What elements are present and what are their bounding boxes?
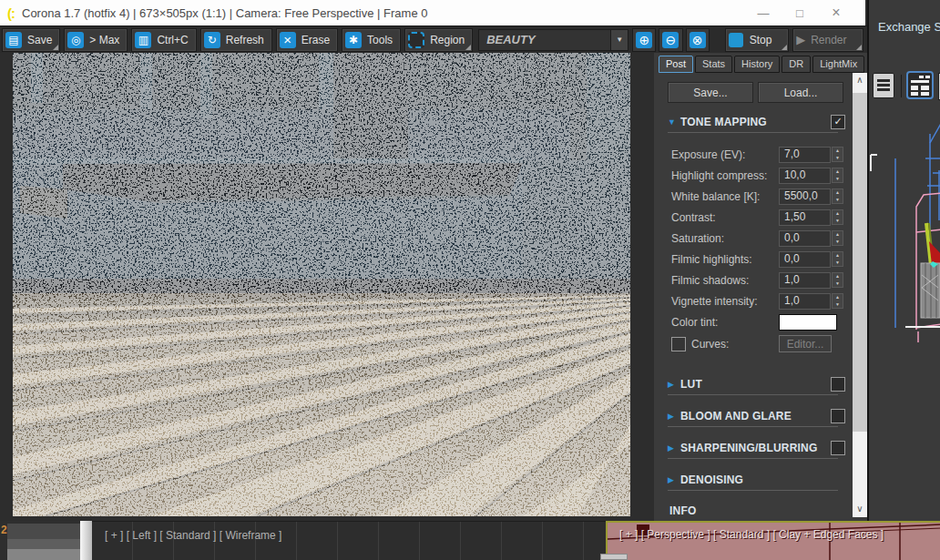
divider [668,394,838,395]
tab-post[interactable]: Post [659,56,693,73]
filmic-highlights-spinner[interactable]: ▲▼ [832,251,843,267]
render-canvas[interactable] [13,53,630,516]
exchange-store-label[interactable]: Exchange St [878,20,940,34]
minimize-button[interactable]: — [745,0,782,25]
flyout-corner [53,45,58,50]
vfb-toolbar: ▤ Save ◎ > Max ▥ Ctrl+C ↻ Refresh × Eras… [0,25,867,53]
layers-icon[interactable] [873,73,894,98]
saturation-input[interactable]: 0,0 [779,230,831,247]
title-bar[interactable]: (: Corona 1.7 (hotfix 4) | 673×505px (1:… [0,0,865,26]
white-balance-input[interactable]: 5500,0 [779,188,831,205]
tab-dr[interactable]: DR [782,56,811,73]
chevron-down-icon[interactable]: ▼ [610,30,628,50]
filmic-highlights-input[interactable]: 0,0 [779,251,831,268]
contrast-spinner[interactable]: ▲▼ [832,209,843,225]
tab-history[interactable]: History [734,56,780,73]
info-header[interactable]: INFO [654,503,853,518]
close-button[interactable]: × [818,0,854,25]
divider [668,490,838,491]
stop-button[interactable]: Stop [725,28,789,52]
panel-tabs: Post Stats History DR LightMix [654,53,867,73]
flyout-corner [465,45,471,50]
tone-mapping-checkbox[interactable]: ✓ [831,115,845,129]
vignette-intensity-input[interactable]: 1,0 [779,293,831,310]
white-balance-spinner[interactable]: ▲▼ [832,188,843,204]
max-background-strip: Exchange St [867,0,940,560]
bloom-glare-header[interactable]: ▶ BLOOM AND GLARE [654,408,853,423]
lut-header[interactable]: ▶ LUT [654,376,853,392]
bloom-glare-checkbox[interactable] [831,409,845,423]
corona-spiral-icon: ◎ [67,32,84,48]
zoom-in-button[interactable]: ⊕ [632,28,656,52]
render-image [13,53,630,516]
perspective-viewport[interactable]: [ + ] [ Perspective ] [ Standard ] [ Cla… [606,521,940,560]
render-pass-selector[interactable]: BEAUTY ▼ [478,29,628,51]
stop-icon [729,33,743,47]
time-slider-thumb[interactable] [600,554,628,560]
corona-logo-icon: (: [7,5,15,21]
max-toolbar-icons [869,71,940,102]
tone-mapping-header[interactable]: ▼ TONE MAPPING ✓ [654,114,853,129]
saturation-row: Saturation: 0,0 ▲▼ [654,228,853,249]
perspective-viewport-label[interactable]: [ + ] [ Perspective ] [ Standard ] [ Cla… [619,528,884,541]
highlight-compress-spinner[interactable]: ▲▼ [832,168,843,183]
play-icon: ▶ [796,33,805,46]
filmic-shadows-input[interactable]: 1,0 [779,272,831,289]
highlight-compress-input[interactable]: 10,0 [779,168,831,184]
sharpening-header[interactable]: ▶ SHARPENING/BLURRING [654,440,853,455]
frame-number-label: 2 [1,524,7,536]
rollout-bars [7,524,80,560]
expand-arrow-icon: ▶ [668,380,680,389]
timeline-track[interactable]: [ + ] [ Left ] [ Standard ] [ Wireframe … [92,521,606,560]
divider [668,426,838,427]
lut-checkbox[interactable] [831,377,845,392]
panel-scrollbar[interactable]: ∧ ∨ [853,73,867,517]
curves-editor-button[interactable]: Editor... [779,335,832,352]
zoom-out-button[interactable]: ⊖ [659,28,682,52]
scroll-up-icon[interactable]: ∧ [853,73,867,88]
contrast-row: Contrast: 1,50 ▲▼ [654,207,853,228]
zoom-in-icon: ⊕ [636,32,652,48]
tools-button[interactable]: ✱ Tools [342,28,401,52]
color-tint-swatch[interactable] [779,314,837,331]
saturation-spinner[interactable]: ▲▼ [832,230,843,246]
vignette-intensity-row: Vignette intensity: 1,0 ▲▼ [654,290,853,311]
refresh-icon: ↻ [204,32,220,48]
vignette-intensity-spinner[interactable]: ▲▼ [832,293,843,309]
save-settings-button[interactable]: Save... [668,82,753,103]
denoising-header[interactable]: ▶ DENOISING [654,472,853,487]
zoom-reset-button[interactable]: ⊗ [686,28,710,52]
maximize-button[interactable]: □ [782,0,818,25]
left-viewport-wireframe[interactable] [869,102,940,375]
tab-stats[interactable]: Stats [695,56,732,73]
curves-checkbox[interactable] [671,337,686,351]
save-icon: ▤ [5,32,22,48]
gear-icon: ✱ [345,32,362,48]
sharpening-checkbox[interactable] [831,441,845,455]
exposure-spinner[interactable]: ▲▼ [832,147,843,162]
tab-lightmix[interactable]: LightMix [812,56,864,73]
copy-button[interactable]: ▥ Ctrl+C [131,28,196,52]
white-balance-row: White balance [K]: 5500,0 ▲▼ [654,186,853,207]
scroll-down-icon[interactable]: ∨ [853,502,867,517]
load-settings-button[interactable]: Load... [758,82,843,103]
render-button[interactable]: ▶ Render [792,28,863,52]
contrast-input[interactable]: 1,50 [779,209,831,226]
filmic-highlights-row: Filmic highlights: 0,0 ▲▼ [654,249,853,270]
expand-arrow-icon: ▶ [668,443,680,453]
filmic-shadows-spinner[interactable]: ▲▼ [832,272,843,288]
to-max-button[interactable]: ◎ > Max [64,28,128,52]
scrollbar-thumb[interactable] [853,93,867,432]
panel-scroll-strip[interactable] [80,521,92,560]
left-viewport-label[interactable]: [ + ] [ Left ] [ Standard ] [ Wireframe … [105,529,281,542]
curves-row: Curves: Editor... [654,333,853,354]
exposure-input[interactable]: 7,0 [779,147,831,163]
save-button[interactable]: ▤ Save [2,28,60,52]
refresh-button[interactable]: ↻ Refresh [200,28,272,52]
settings-panel: Post Stats History DR LightMix Save... L… [654,53,867,521]
corona-vfb-window: (: Corona 1.7 (hotfix 4) | 673×505px (1:… [0,0,867,521]
expand-arrow-icon: ▶ [668,412,680,421]
workspace-layout-icon[interactable] [906,71,934,99]
region-button[interactable]: Region [404,28,473,52]
erase-button[interactable]: × Erase [276,28,338,52]
